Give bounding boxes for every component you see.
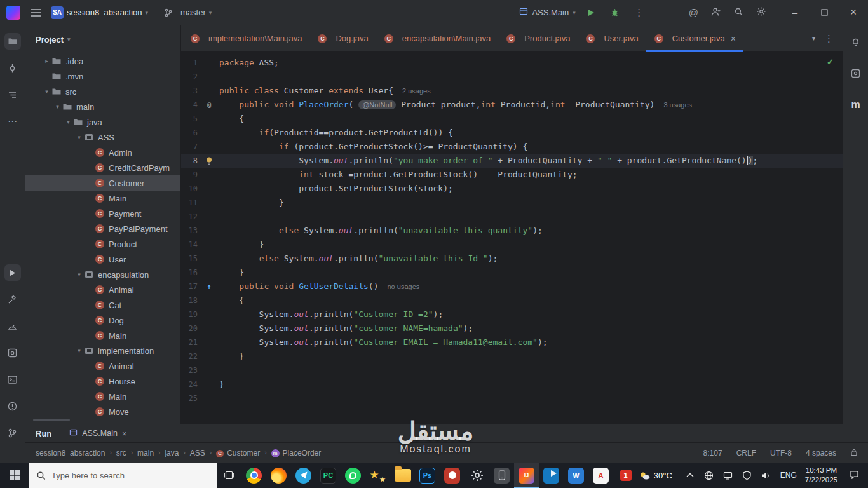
run-config-selector[interactable]: ASS.Main ▾ bbox=[519, 7, 575, 18]
indent-setting[interactable]: 4 spaces bbox=[806, 449, 836, 458]
taskbar-search[interactable] bbox=[29, 463, 217, 488]
code-with-me-button[interactable]: @ bbox=[689, 7, 698, 18]
file-encoding[interactable]: UTF-8 bbox=[770, 449, 792, 458]
tree-item-paypalpayment[interactable]: CPayPalPayment bbox=[25, 221, 180, 236]
breadcrumb-item-java[interactable]: java bbox=[165, 449, 179, 458]
code-line-9[interactable]: 9 int stock =product.GetProductStock() -… bbox=[181, 168, 843, 182]
code-line-24[interactable]: 24} bbox=[181, 377, 843, 391]
taskbar-app-firefox[interactable] bbox=[266, 463, 291, 488]
taskbar-app-whatsapp[interactable] bbox=[341, 463, 365, 488]
tab-product-java[interactable]: CProduct.java bbox=[498, 25, 578, 51]
hidden-tabs-chevron[interactable]: ▾ bbox=[812, 35, 815, 42]
tab-customer-java[interactable]: CCustomer.java× bbox=[646, 25, 743, 51]
tab-user-java[interactable]: CUser.java bbox=[578, 25, 646, 51]
services-tool-button[interactable] bbox=[4, 344, 21, 361]
code-line-23[interactable]: 23 bbox=[181, 363, 843, 377]
code-line-20[interactable]: 20 System.out.println("customer NAME=ham… bbox=[181, 322, 843, 336]
tree-item-customer[interactable]: CCustomer bbox=[25, 175, 180, 191]
tree-item-animal[interactable]: CAnimal bbox=[25, 358, 180, 374]
hidden-icons-chevron[interactable] bbox=[684, 473, 696, 478]
taskbar-app-task-view[interactable] bbox=[217, 463, 241, 488]
project-tool-button[interactable] bbox=[4, 33, 21, 50]
tree-item-creditcardpaym[interactable]: CCreditCardPaym bbox=[25, 160, 180, 175]
code-line-22[interactable]: 22 } bbox=[181, 349, 843, 363]
breadcrumb-item-src[interactable]: src bbox=[116, 449, 126, 458]
run-button[interactable] bbox=[582, 4, 600, 22]
tree-item-mvn[interactable]: .mvn bbox=[25, 69, 180, 84]
code-line-10[interactable]: 10 product.SetProductStock(stock); bbox=[181, 182, 843, 196]
weather-widget[interactable]: 30°C bbox=[639, 471, 672, 480]
tree-item-hourse[interactable]: CHourse bbox=[25, 374, 180, 389]
start-button[interactable] bbox=[0, 463, 29, 488]
code-line-19[interactable]: 19 System.out.println("Customer ID =2"); bbox=[181, 308, 843, 322]
taskbar-app-telegram[interactable] bbox=[291, 463, 316, 488]
readonly-lock-icon[interactable] bbox=[850, 448, 858, 458]
taskbar-app-photoshop[interactable]: Ps bbox=[415, 463, 440, 488]
tree-item-ass[interactable]: ▾ASS bbox=[25, 130, 180, 145]
taskbar-app-phone-link[interactable] bbox=[489, 463, 514, 488]
tree-item-main[interactable]: ▾main bbox=[25, 99, 180, 114]
close-button[interactable]: × bbox=[839, 0, 868, 25]
code-line-3[interactable]: 3public class Customer extends User{2 us… bbox=[181, 84, 843, 98]
close-icon[interactable]: × bbox=[731, 34, 736, 44]
branch-selector[interactable]: master ▾ bbox=[163, 8, 212, 18]
code-line-7[interactable]: 7 if (product.GetProductStock()>= Produc… bbox=[181, 140, 843, 154]
tree-item-admin[interactable]: CAdmin bbox=[25, 145, 180, 160]
code-line-18[interactable]: 18 { bbox=[181, 294, 843, 308]
taskbar-app-chrome[interactable] bbox=[241, 463, 266, 488]
tree-item-user[interactable]: CUser bbox=[25, 252, 180, 267]
terminal-tool-button[interactable] bbox=[4, 371, 21, 388]
network-icon[interactable] bbox=[722, 471, 734, 480]
code-line-15[interactable]: 15 else System.out.println("unavailable … bbox=[181, 252, 843, 266]
code-line-13[interactable]: 13 else System.out.println("unavailable … bbox=[181, 224, 843, 238]
taskbar-app-acrobat[interactable]: A bbox=[588, 463, 613, 488]
action-center-button[interactable] bbox=[846, 470, 863, 481]
taskbar-app-file-explorer[interactable] bbox=[390, 463, 415, 488]
code-line-8[interactable]: 8 System.out.println("you make order of … bbox=[181, 154, 843, 168]
code-line-1[interactable]: 1package ASS; bbox=[181, 56, 843, 70]
tree-item-product[interactable]: CProduct bbox=[25, 236, 180, 252]
code-editor[interactable]: ✓ 1package ASS;23public class Customer e… bbox=[181, 52, 843, 424]
taskbar-app-vscode[interactable] bbox=[539, 463, 564, 488]
horizontal-scrollbar[interactable] bbox=[33, 419, 70, 421]
taskbar-app-intellij[interactable]: IJ bbox=[514, 463, 539, 488]
search-everywhere-button[interactable] bbox=[734, 7, 743, 18]
tree-item-idea[interactable]: ▸.idea bbox=[25, 53, 180, 69]
maven-tool-button[interactable]: m bbox=[848, 97, 864, 113]
code-line-4[interactable]: 4@ public void PlaceOrder( @NotNull Prod… bbox=[181, 98, 843, 112]
code-line-5[interactable]: 5 { bbox=[181, 112, 843, 126]
tree-chevron-icon[interactable]: ▾ bbox=[53, 104, 62, 110]
tree-item-implementation[interactable]: ▾implementation bbox=[25, 343, 180, 358]
line-ending[interactable]: CRLF bbox=[736, 449, 756, 458]
gutter-override-icon[interactable]: ↑ bbox=[200, 280, 218, 294]
gutter-bulb-icon[interactable] bbox=[200, 154, 218, 168]
inspection-ok-icon[interactable]: ✓ bbox=[827, 57, 834, 67]
tree-item-main[interactable]: CMain bbox=[25, 328, 180, 343]
tree-item-animal[interactable]: CAnimal bbox=[25, 282, 180, 297]
security-icon[interactable] bbox=[742, 471, 753, 480]
taskbar-app-notification-badge[interactable]: 1 bbox=[613, 463, 638, 488]
tree-item-move[interactable]: CMove bbox=[25, 404, 180, 419]
breadcrumb-item-ass[interactable]: ASS bbox=[190, 449, 205, 458]
gutter-annotation-icon[interactable]: @ bbox=[200, 98, 218, 112]
more-actions-button[interactable]: ⋮ bbox=[630, 4, 648, 22]
globe-icon[interactable] bbox=[703, 471, 715, 480]
problems-tool-button[interactable] bbox=[4, 398, 21, 414]
tree-item-encapsulation[interactable]: ▾encapsulation bbox=[25, 267, 180, 282]
code-line-12[interactable]: 12 bbox=[181, 210, 843, 224]
taskbar-app-settings[interactable] bbox=[465, 463, 489, 488]
debug-button[interactable] bbox=[606, 4, 624, 22]
tab-encapsulation-main-java[interactable]: Cencapsulation\Main.java bbox=[376, 25, 498, 51]
code-line-14[interactable]: 14 } bbox=[181, 238, 843, 252]
taskbar-clock[interactable]: 10:43 PM 7/22/2025 bbox=[805, 466, 837, 485]
code-line-21[interactable]: 21 System.out.println("Customer EMAIL = … bbox=[181, 336, 843, 349]
breadcrumb-item-placeorder[interactable]: mPlaceOrder bbox=[271, 448, 322, 458]
tree-item-main[interactable]: CMain bbox=[25, 191, 180, 206]
tree-item-payment[interactable]: CPayment bbox=[25, 206, 180, 221]
close-icon[interactable]: × bbox=[122, 429, 127, 438]
run-tool-button[interactable] bbox=[4, 264, 21, 281]
language-indicator[interactable]: ENG bbox=[780, 471, 797, 480]
build-tool-button[interactable] bbox=[4, 291, 21, 308]
search-input[interactable] bbox=[51, 471, 198, 480]
code-line-16[interactable]: 16 } bbox=[181, 266, 843, 280]
